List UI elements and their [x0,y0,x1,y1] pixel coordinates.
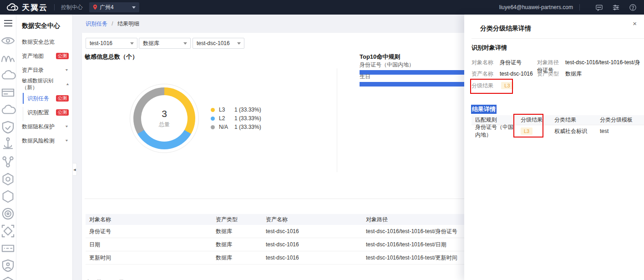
panel-title: 分类分级结果详情 [480,25,531,33]
anchor-icon[interactable] [0,148,16,154]
sidebar-item-asset-catalog[interactable]: 资产目录 ▼ [16,65,72,76]
detail-panel: × 分类分级结果详情 识别对象详情 对象名称身份证号 对象路径test-dsc-… [464,15,644,280]
object-section-title: 识别对象详情 [472,44,507,52]
region-selector[interactable]: 广州4 [89,2,139,12]
hexagon-icon[interactable] [0,199,16,206]
chevron-down-icon: ▼ [65,139,69,143]
cloud-icon[interactable] [0,78,16,85]
cloud-logo-icon [6,3,19,11]
brand-logo[interactable]: 天翼云 [6,2,48,13]
nodes-icon[interactable] [0,165,16,171]
location-pin-icon [93,5,97,10]
sidebar-collapse-handle[interactable]: ◀ [73,163,77,176]
asset-select[interactable]: test-dsc-1016 [193,38,244,49]
field-asset-type: 资产类型数据库 [537,70,582,78]
legend-dot-l2 [211,117,215,121]
sidebar: 数据安全中心 数据安全总览 资产地图 公测 资产目录 ▼ 敏感数据识别（新） ▲… [16,15,73,280]
task-select[interactable]: test-1016 [86,38,137,49]
beta-badge: 公测 [56,95,69,102]
region-value: 广州4 [100,4,132,11]
chevron-down-icon: ▼ [65,68,69,72]
sidebar-item-asset-map[interactable]: 资产地图 公测 [16,51,72,61]
sidebar-item-risk-detection[interactable]: 数据风险检测 ▼ [16,135,72,146]
top10-chart-title: Top10命中规则 [360,53,400,61]
help-icon[interactable] [629,4,637,11]
panel-icon[interactable] [0,96,16,102]
panel-dots-icon[interactable] [0,251,16,258]
divider [54,4,55,10]
annotation-box-level-result [470,79,513,94]
icon-rail [0,15,16,280]
chevron-down-icon [132,6,136,9]
console-link[interactable]: 控制中心 [61,4,83,11]
donut-total-value: 3 [162,108,167,119]
legend-item[interactable]: N/A 1 (33.33%) [211,123,261,131]
chevron-down-icon [237,42,241,45]
asset-type-select[interactable]: 数据库 [139,38,191,49]
chevron-up-icon: ▲ [66,82,70,86]
eye-icon[interactable] [0,44,16,50]
sidebar-item-sensitive-data[interactable]: 敏感数据识别（新） ▲ [16,79,72,90]
donut-center: 3 总量 [141,95,188,142]
shield-icon[interactable] [0,130,16,137]
vertical-divider [337,68,337,172]
sidebar-item-overview[interactable]: 数据安全总览 [16,36,72,47]
brand-name: 天翼云 [22,2,48,13]
sidebar-title: 数据安全中心 [16,15,72,36]
breadcrumb-current: 结果明细 [117,20,139,27]
field-object-name: 对象名称身份证号 [472,59,522,66]
sliders-icon[interactable] [612,4,620,11]
donut-total-label: 总量 [159,121,170,128]
chevron-down-icon: ▼ [65,125,69,128]
donut-legend: L3 1 (33.33%) L2 1 (33.33%) N/A 1 (33.33… [211,106,261,132]
sidebar-item-recognition-config[interactable]: 识别配置 公测 [16,107,72,118]
breadcrumb-parent[interactable]: 识别任务 [86,20,107,27]
legend-dot-na [211,125,215,129]
sidebar-item-privacy-protection[interactable]: 数据隐私保护 ▼ [16,121,72,132]
gear-icon[interactable] [0,182,16,188]
divider [579,4,580,10]
waves-icon[interactable] [0,61,16,67]
chevron-down-icon [130,42,134,45]
cloud-icon[interactable] [0,113,16,119]
table-row[interactable]: 身份证号（中国内地） L3 权威社会标识 test [472,125,644,137]
breadcrumb: 识别任务 / 结果明细 [86,20,139,28]
sidebar-item-recognition-task[interactable]: 识别任务 公测 [16,93,72,104]
legend-item[interactable]: L2 1 (33.33%) [211,114,261,122]
annotation-box-level-column [513,114,543,137]
result-detail-table: 匹配规则 分级结果 分类结果 分类分级模板 身份证号（中国内地） L3 权威社会… [472,115,644,137]
field-asset-name: 资产名称test-dsc-1016 [472,70,533,78]
beta-badge: 公测 [56,53,69,59]
chevron-down-icon [183,42,187,45]
shield-user-icon[interactable] [0,269,16,275]
legend-dot-l3 [211,108,215,112]
beta-badge: 公测 [56,109,69,116]
top-bar: 天翼云 控制中心 广州4 liuye64@huawei-partners.com [0,0,644,15]
close-icon[interactable]: × [633,20,637,27]
donut-chart-title: 敏感信息总数（个） [85,53,138,61]
crosshair-icon[interactable] [0,234,16,240]
divider [472,38,644,39]
menu-icon[interactable] [4,20,12,26]
message-icon[interactable] [595,4,603,11]
rings-icon[interactable] [0,217,16,223]
legend-item[interactable]: L3 1 (33.33%) [211,106,261,114]
result-section-title: 结果详情 [471,105,497,114]
user-email[interactable]: liuye64@huawei-partners.com [499,4,573,10]
